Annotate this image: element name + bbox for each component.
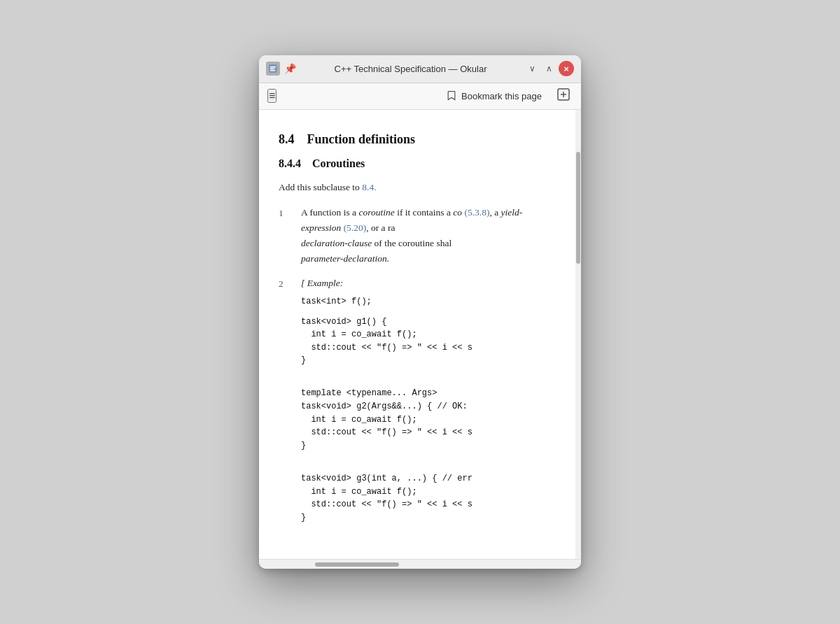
app-icon bbox=[266, 62, 280, 76]
document-content: 8.4 Function definitions 8.4.4 Coroutine… bbox=[259, 110, 575, 560]
toolbar: ≡ Bookmark this page bbox=[259, 83, 581, 110]
add-page-button[interactable] bbox=[554, 85, 573, 106]
svg-rect-3 bbox=[270, 70, 275, 71]
intro-text: Add this subclause to 8.4. bbox=[279, 180, 553, 195]
horizontal-scrollbar[interactable] bbox=[259, 559, 581, 569]
subsection-heading: 8.4.4 Coroutines bbox=[279, 155, 553, 173]
scrollbar-thumb[interactable] bbox=[576, 152, 580, 264]
bookmark-label: Bookmark this page bbox=[461, 91, 542, 101]
item-text-1: A function is a coroutine if it contains… bbox=[301, 205, 553, 267]
item-1: 1 A function is a coroutine if it contai… bbox=[279, 205, 553, 267]
section-heading: 8.4 Function definitions bbox=[279, 129, 553, 150]
code-block-1: task<int> f(); bbox=[301, 295, 553, 309]
titlebar: 📌 C++ Technical Specification — Okular ∨… bbox=[259, 55, 581, 83]
h-scrollbar-thumb[interactable] bbox=[315, 562, 399, 567]
document-area: 8.4 Function definitions 8.4.4 Coroutine… bbox=[259, 110, 581, 560]
item-2: 2 [ Example: task<int> f(); task<void> g… bbox=[279, 276, 553, 532]
svg-rect-1 bbox=[270, 66, 276, 68]
bookmark-button[interactable]: Bookmark this page bbox=[440, 87, 547, 104]
document-page: 8.4 Function definitions 8.4.4 Coroutine… bbox=[259, 110, 575, 560]
intro-link[interactable]: 8.4. bbox=[362, 182, 376, 192]
close-button[interactable]: × bbox=[559, 61, 574, 76]
ref-520-link[interactable]: (5.20) bbox=[344, 222, 367, 233]
item-text-2: [ Example: task<int> f(); task<void> g1(… bbox=[301, 276, 553, 532]
vertical-scrollbar[interactable] bbox=[575, 110, 581, 560]
window-title: C++ Technical Specification — Okular bbox=[302, 64, 519, 74]
item-number-2: 2 bbox=[279, 276, 290, 532]
chevron-down-icon[interactable]: ∨ bbox=[525, 62, 539, 76]
item-number-1: 1 bbox=[279, 205, 290, 267]
chevron-up-icon[interactable]: ∧ bbox=[542, 62, 556, 76]
bookmark-icon bbox=[446, 90, 457, 101]
pin-icon[interactable]: 📌 bbox=[284, 63, 296, 74]
application-window: 📌 C++ Technical Specification — Okular ∨… bbox=[259, 55, 581, 569]
app-icons: 📌 bbox=[266, 62, 296, 76]
code-block-2: task<void> g1() { int i = co_await f(); … bbox=[301, 315, 553, 367]
svg-rect-2 bbox=[270, 69, 274, 70]
ref-538-link[interactable]: (5.3.8) bbox=[464, 207, 489, 218]
code-block-4: task<void> g3(int a, ...) { // err int i… bbox=[301, 459, 553, 524]
code-block-3: template <typename... Args> task<void> g… bbox=[301, 374, 553, 453]
window-controls: ∨ ∧ × bbox=[525, 61, 574, 76]
menu-button[interactable]: ≡ bbox=[267, 89, 276, 103]
